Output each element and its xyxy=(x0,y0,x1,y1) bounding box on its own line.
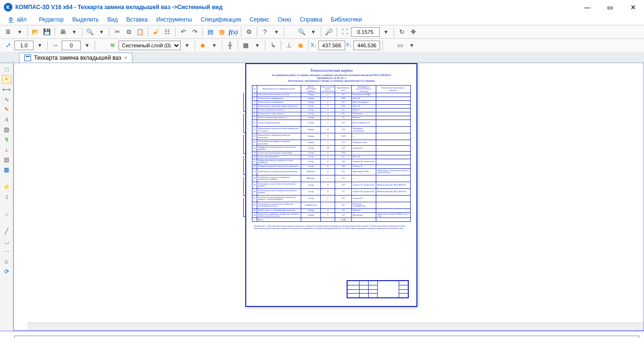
table-row: 20Установить новые шатунные вкладыши и к… xyxy=(252,188,411,195)
print-dropdown[interactable]: ▾ xyxy=(69,27,79,37)
menu-help[interactable]: Справка xyxy=(296,15,326,24)
drawing-notes: Примечания: 1. При затяжке болтов крышек… xyxy=(254,225,409,229)
step-icon[interactable]: ↔ xyxy=(50,40,61,51)
views-button[interactable]: ▭ xyxy=(395,40,405,51)
redo-button[interactable]: ↷ xyxy=(189,27,200,37)
zoom-inout-button[interactable]: 🔎 xyxy=(324,27,334,37)
table-row: 3Слить масло из двигателяСнизу10,1Ключ 1… xyxy=(252,101,411,105)
line-style-dropdown[interactable]: ▾ xyxy=(209,40,219,51)
tool-geometry-icon[interactable]: ◻ xyxy=(2,65,11,74)
step-input[interactable] xyxy=(62,41,81,50)
preview-button[interactable]: 🔍 xyxy=(85,27,95,37)
tool-hatch-icon[interactable]: ▨ xyxy=(2,125,11,134)
settings-icon[interactable]: ⚙ xyxy=(244,27,254,37)
undo-button[interactable]: ↶ xyxy=(178,27,188,37)
tool-line-icon[interactable]: ╱ xyxy=(2,227,11,236)
paste-button[interactable]: 📋 xyxy=(135,27,145,37)
step-dropdown[interactable]: ▾ xyxy=(82,40,92,51)
close-button[interactable]: ✕ xyxy=(626,4,640,11)
pan-button[interactable]: ✥ xyxy=(408,27,418,37)
save-button[interactable]: 💾 xyxy=(42,27,52,37)
drawing-page: Технологическая карта на проведение рабо… xyxy=(245,63,417,307)
menu-window[interactable]: Окно xyxy=(274,15,295,24)
tool-arc-icon[interactable]: ◡ xyxy=(2,237,11,246)
menu-insert[interactable]: Вставка xyxy=(122,15,152,24)
layer-select[interactable]: Системный слой (0) xyxy=(119,41,181,50)
tool-measure-icon[interactable]: ⟂ xyxy=(2,145,11,154)
table-row: 11Установить траверсу и вывесить двигате… xyxy=(252,140,411,146)
menu-select[interactable]: Выделить xyxy=(68,15,102,24)
tab-close-icon[interactable]: × xyxy=(124,55,127,61)
table-row: 10Отсоединить электропроводку от двигате… xyxy=(252,133,411,140)
copy-button[interactable]: ⧉ xyxy=(123,27,134,37)
variables-button[interactable]: f(x) xyxy=(228,27,239,37)
tool-report-icon[interactable]: ▦ xyxy=(2,165,11,174)
print-button[interactable]: 🖶 xyxy=(57,27,68,37)
layer-dropdown[interactable]: ▾ xyxy=(182,40,192,51)
tool-aux1-icon[interactable]: ⚡ xyxy=(2,183,11,191)
tool-dimension-icon[interactable]: ⟷ xyxy=(2,85,11,94)
snap-round-button[interactable]: ◉ xyxy=(295,40,306,51)
help-dropdown[interactable]: ▾ xyxy=(271,27,282,37)
ortho-button[interactable]: ↳ xyxy=(268,40,278,51)
grid-button[interactable]: ▦ xyxy=(240,40,251,51)
drawing-canvas[interactable]: Технологическая карта на проведение рабо… xyxy=(13,63,644,331)
tool-aux4-icon[interactable]: ⋯ xyxy=(2,247,11,256)
menu-edit[interactable]: Редактор xyxy=(35,15,68,24)
refresh-button[interactable]: ↻ xyxy=(396,27,407,37)
document-tab[interactable]: Техкарта замена вкладышей ваз × xyxy=(19,53,132,63)
new-dropdown[interactable]: ▾ xyxy=(14,27,25,37)
zoom-value-dropdown[interactable]: ▾ xyxy=(381,27,391,37)
library-button[interactable]: ▦ xyxy=(217,27,227,37)
zoom-value-input[interactable] xyxy=(351,27,380,37)
line-style-button[interactable]: ◆ xyxy=(197,40,208,51)
menu-file[interactable]: Файл xyxy=(5,15,34,24)
tool-aux6-icon[interactable]: ⟳ xyxy=(2,267,11,276)
manager-button[interactable]: ▤ xyxy=(205,27,216,37)
new-button[interactable]: 🗎 xyxy=(3,27,13,37)
tool-param-icon[interactable]: ↯ xyxy=(2,135,11,144)
scale-input[interactable] xyxy=(14,41,33,50)
scale-dropdown[interactable]: ▾ xyxy=(34,40,45,51)
tool-aux3-icon[interactable]: ○ xyxy=(2,210,11,218)
menu-spec[interactable]: Спецификация xyxy=(197,15,245,24)
tool-spec-icon[interactable]: ▤ xyxy=(2,155,11,164)
preview-dropdown[interactable]: ▾ xyxy=(96,27,107,37)
menu-view[interactable]: Вид xyxy=(104,15,122,24)
coord-x-input[interactable] xyxy=(318,41,345,50)
menu-tools[interactable]: Инструменты xyxy=(153,15,196,24)
tool-text-icon[interactable]: A xyxy=(2,115,11,124)
coord-y-input[interactable] xyxy=(353,41,380,50)
tool-symbol-icon[interactable]: ∿ xyxy=(2,95,11,104)
zoom-window-button[interactable]: 🔍 xyxy=(296,27,307,37)
zoom-dropdown[interactable]: ▾ xyxy=(308,27,318,37)
tool-aux5-icon[interactable]: ⎌ xyxy=(2,257,11,266)
menu-libs[interactable]: Библиотеки xyxy=(327,15,366,24)
axis-button[interactable]: ╫ xyxy=(225,40,235,51)
brush-button[interactable]: 🖌 xyxy=(151,27,161,37)
tool-edit-icon[interactable]: ✎ xyxy=(2,105,11,114)
grid-dropdown[interactable]: ▾ xyxy=(252,40,262,51)
menu-service[interactable]: Сервис xyxy=(246,15,273,24)
tool-point-icon[interactable]: • xyxy=(2,75,11,84)
menu-bar: Файл Редактор Выделить Вид Вставка Инстр… xyxy=(0,14,644,25)
zoom-fit-button[interactable]: ⛶ xyxy=(339,27,350,37)
table-row: 17Осмотреть и промерить шейки коленвалаВ… xyxy=(252,168,411,175)
maximize-button[interactable]: ▭ xyxy=(603,4,617,11)
tool-aux2-icon[interactable]: ⟟ xyxy=(2,193,11,201)
properties-button[interactable]: ☷ xyxy=(162,27,173,37)
table-row: 4Отсоединить приёмную трубу глушителяСни… xyxy=(252,105,411,109)
views-dropdown[interactable]: ▾ xyxy=(406,40,417,51)
coord-x-label: X↓ xyxy=(311,43,317,48)
layer-icon[interactable]: ≋ xyxy=(107,40,118,51)
scale-icon[interactable]: ⤢ xyxy=(3,40,13,51)
command-line-input[interactable] xyxy=(14,336,639,338)
cut-button[interactable]: ✂ xyxy=(112,27,122,37)
coord-y-label: Y↓ xyxy=(346,43,352,48)
horizontal-scrollbar[interactable] xyxy=(27,323,644,330)
minimize-button[interactable]: — xyxy=(580,4,594,11)
open-button[interactable]: 📂 xyxy=(30,27,41,37)
table-row: 16Открутить крышки коренных подшипниковС… xyxy=(252,164,411,168)
snap-perp-button[interactable]: ⊥ xyxy=(284,40,294,51)
help-icon[interactable]: ? xyxy=(260,27,270,37)
